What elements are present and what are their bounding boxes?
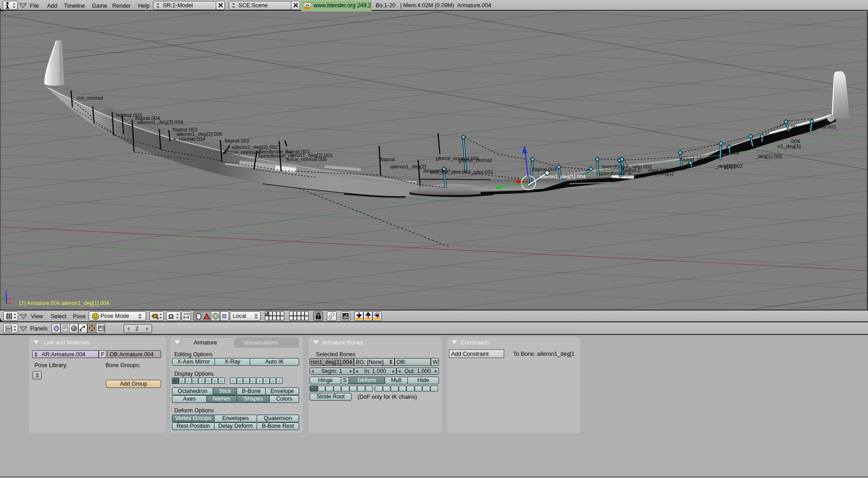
svg-text:gforce: gforce [697,157,711,162]
svg-text:speedbrake_a: speedbrake_a [598,171,631,176]
svg-text:flaprat.004: flaprat.004 [532,167,557,172]
svg-text:aileron1_deg[2]: aileron1_deg[2] [390,164,426,169]
svg-text:gforc: gforc [791,124,802,129]
svg-text:gfor: gfor [754,140,763,146]
svg-text:flaprat.002: flaprat.002 [225,138,249,143]
svg-text:n1_deg[1]: n1_deg[1] [777,143,801,149]
svg-text:force_normal.005: force_normal.005 [286,157,327,162]
svg-text:nforce_normal.0: nforce_normal.0 [224,149,261,155]
svg-text:z: z [5,289,7,294]
svg-text:eed_kts_pilot.003_pilot.001: eed_kts_pilot.003_pilot.001 [430,169,493,175]
svg-text:].002: ].002 [724,164,736,169]
svg-text:flaprat: flaprat [680,157,695,162]
svg-text:rce_normal: rce_normal [77,95,103,100]
svg-text:gforce_normal: gforce_normal [458,158,492,163]
svg-text:aileron1_deg[2].004: aileron1_deg[2].004 [137,120,183,125]
svg-text:x: x [9,296,11,301]
svg-text:flaprat.: flaprat. [380,157,396,162]
svg-text:_deg[1].001: _deg[1].001 [754,153,782,159]
svg-text:mal.001: mal.001 [818,124,836,129]
svg-text:n1_deg[1]: n1_deg[1] [650,171,673,176]
svg-text:(2) Armature.004 aileron1_deg[: (2) Armature.004 aileron1_deg[1].004 [19,300,110,306]
svg-text:gforce: gforce [725,150,739,155]
svg-text:y: y [1,295,3,300]
svg-text:e_normal.004: e_normal.004 [173,136,205,142]
svg-text:aileron1_deg[1].004: aileron1_deg[1].004 [539,174,586,179]
